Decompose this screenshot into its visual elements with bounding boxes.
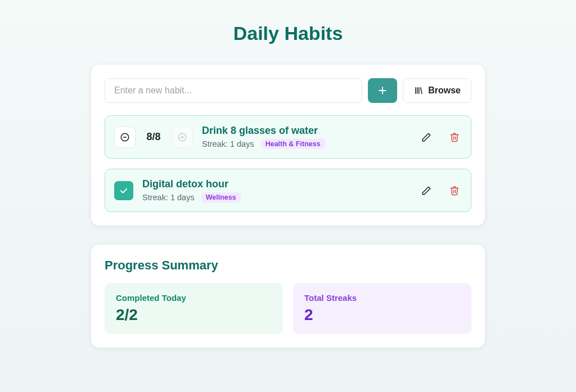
increment-button[interactable] <box>172 127 193 148</box>
completed-today-value: 2/2 <box>116 306 272 324</box>
habit-tag: Health & Fitness <box>261 139 325 149</box>
svg-line-5 <box>421 88 422 94</box>
summary-title: Progress Summary <box>105 258 471 273</box>
habit-actions <box>419 183 462 198</box>
browse-button[interactable]: Browse <box>403 78 471 103</box>
habit-meta: Streak: 1 days Wellness <box>142 192 410 202</box>
decrement-button[interactable] <box>114 127 136 148</box>
library-icon <box>413 85 424 96</box>
browse-label: Browse <box>428 85 461 96</box>
check-icon <box>119 186 129 196</box>
page-title: Daily Habits <box>91 22 485 44</box>
delete-button[interactable] <box>447 130 462 145</box>
counter-group: 8/8 <box>114 127 193 148</box>
input-row: Browse <box>105 78 471 103</box>
trash-icon <box>449 186 460 196</box>
delete-button[interactable] <box>447 183 462 198</box>
plus-icon <box>377 85 388 96</box>
streak-text: Streak: 1 days <box>142 193 195 202</box>
habit-tag: Wellness <box>201 192 241 202</box>
edit-button[interactable] <box>419 130 434 145</box>
habit-item: 8/8 Drink 8 glasses of water Streak: 1 d… <box>105 115 471 159</box>
habit-title: Drink 8 glasses of water <box>202 125 410 137</box>
habit-title: Digital detox hour <box>142 178 410 190</box>
complete-toggle[interactable] <box>114 181 133 200</box>
total-streaks-label: Total Streaks <box>304 293 460 303</box>
edit-button[interactable] <box>419 183 434 198</box>
pencil-icon <box>421 132 431 142</box>
summary-card: Progress Summary Completed Today 2/2 Tot… <box>91 245 485 348</box>
habits-card: Browse 8/8 <box>91 65 485 226</box>
completed-today-label: Completed Today <box>116 293 272 303</box>
minus-circle-icon <box>120 132 130 142</box>
habit-item: Digital detox hour Streak: 1 days Wellne… <box>105 169 471 212</box>
trash-icon <box>449 132 460 142</box>
plus-circle-icon <box>177 132 187 142</box>
pencil-icon <box>421 186 431 196</box>
habit-meta: Streak: 1 days Health & Fitness <box>202 139 410 149</box>
habit-info: Digital detox hour Streak: 1 days Wellne… <box>142 178 410 202</box>
summary-grid: Completed Today 2/2 Total Streaks 2 <box>105 283 471 334</box>
completed-today-tile: Completed Today 2/2 <box>105 283 283 334</box>
counter-value: 8/8 <box>143 131 164 143</box>
total-streaks-tile: Total Streaks 2 <box>293 283 471 334</box>
streak-text: Streak: 1 days <box>202 139 254 148</box>
habit-input[interactable] <box>105 78 362 103</box>
total-streaks-value: 2 <box>304 306 460 324</box>
add-habit-button[interactable] <box>368 78 397 103</box>
habit-actions <box>419 130 462 145</box>
habit-info: Drink 8 glasses of water Streak: 1 days … <box>202 125 410 149</box>
